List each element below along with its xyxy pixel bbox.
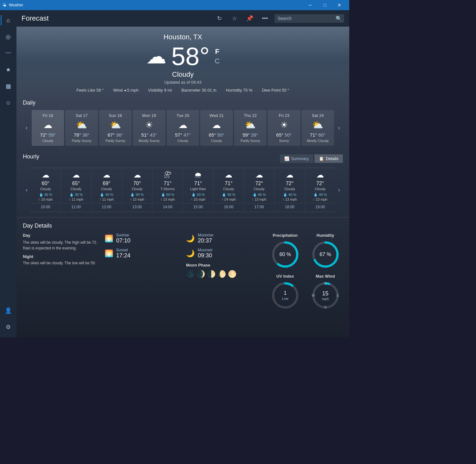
sidebar-item-news[interactable]: ◎: [1, 29, 16, 44]
sidebar-item-calendar[interactable]: ▦: [1, 79, 16, 94]
h-wind-3: ↑ 13 mph: [123, 197, 151, 201]
hourly-card-8[interactable]: ☁ 72° Cloudy 💧 40 % ↑ 13 mph 18:00: [274, 168, 305, 212]
h-time-4: 14:00: [154, 203, 181, 209]
daily-title: Daily: [23, 100, 343, 106]
hourly-header: Hourly 📈 Summary 📋 Details: [23, 153, 343, 164]
day-temps-3: 51°43°: [135, 132, 163, 138]
search-input[interactable]: [278, 16, 333, 21]
h-time-7: 17:00: [245, 203, 273, 209]
hourly-card-6[interactable]: ☁ 71° Cloudy 💧 50 % ↑ 14 mph 16:00: [214, 168, 244, 212]
h-icon-6: ☁: [215, 171, 242, 179]
sunrise-icon: 🌅: [105, 235, 113, 243]
pin-button[interactable]: 📌: [244, 13, 255, 24]
daily-next-button[interactable]: ›: [335, 110, 343, 146]
h-temp-1: 65°: [62, 181, 90, 186]
h-icon-2: ☁: [93, 171, 120, 179]
day-cond-4: Cloudy: [169, 139, 196, 143]
daily-card-5[interactable]: Wed 21 ☁ 65°50° Cloudy: [200, 110, 233, 146]
h-wind-9: ↑ 13 mph: [306, 197, 334, 201]
compass-n: N: [324, 282, 326, 285]
minimize-button[interactable]: ─: [303, 0, 318, 10]
daily-card-1[interactable]: Sat 17 ⛅ 78°38° Partly Sunny: [65, 110, 98, 146]
precipitation-circle: 60 %: [271, 240, 299, 269]
day-cond-7: Sunny: [270, 139, 298, 143]
moon-phase-label: Moon Phase: [186, 263, 261, 267]
wind-gauge: Max Wind N S E W: [308, 274, 343, 310]
daily-card-7[interactable]: Fri 23 ☀ 65°50° Sunny: [268, 110, 300, 146]
hourly-card-1[interactable]: ☁ 65° Cloudy 💧 30 % ↑ 11 mph 11:00: [61, 168, 91, 212]
search-box[interactable]: 🔍: [274, 14, 344, 23]
hourly-card-3[interactable]: ☁ 70° Cloudy 💧 50 % ↑ 13 mph 13:00: [122, 168, 152, 212]
h-cond-5: Light Rain: [184, 187, 212, 191]
day-label-5: Wed 21: [203, 113, 230, 118]
sidebar-item-settings[interactable]: ⚙: [1, 319, 16, 335]
hourly-card-9[interactable]: ☁ 72° Cloudy 💧 40 % ↑ 13 mph 19:00: [305, 168, 335, 212]
h-cond-0: Cloudy: [32, 187, 59, 191]
favorite-button[interactable]: ☆: [229, 13, 240, 24]
hourly-card-5[interactable]: 🌧 71° Light Rain 💧 50 % ↑ 15 mph 15:00: [183, 168, 213, 212]
moonrise-time: 20:37: [198, 237, 213, 244]
h-cond-6: Cloudy: [215, 187, 242, 191]
hourly-next-button[interactable]: ›: [335, 168, 343, 212]
hourly-card-0[interactable]: ☁ 60° Cloudy 💧 40 % ↑ 10 mph 10:00: [30, 168, 61, 212]
day-icon-0: ☁: [34, 120, 61, 130]
hourly-card-2[interactable]: ☁ 69° Cloudy 💧 40 % ↑ 11 mph 12:00: [92, 168, 122, 212]
day-cond-1: Partly Sunny: [68, 139, 95, 143]
sidebar-item-home[interactable]: ⌂: [1, 13, 16, 28]
hourly-prev-button[interactable]: ‹: [23, 168, 30, 212]
daily-card-3[interactable]: Mon 19 ☀ 51°43° Mostly Sunny: [133, 110, 165, 146]
close-button[interactable]: ✕: [332, 0, 347, 10]
daily-card-4[interactable]: Tue 20 ☁ 57°47° Cloudy: [167, 110, 199, 146]
h-cond-2: Cloudy: [93, 187, 120, 191]
sidebar-item-emoji[interactable]: ☺: [1, 95, 16, 110]
h-precip-1: 💧 30 %: [62, 193, 90, 197]
unit-c[interactable]: C: [215, 57, 220, 65]
hourly-title: Hourly: [23, 153, 39, 160]
precipitation-label: Precipitation: [268, 233, 303, 238]
h-temp-2: 69°: [93, 181, 120, 186]
h-precip-5: 💧 50 %: [184, 193, 212, 197]
uv-value: 1 Low: [282, 290, 288, 301]
hourly-section: Hourly 📈 Summary 📋 Details ‹: [16, 150, 349, 216]
h-precip-6: 💧 50 %: [215, 193, 242, 197]
h-time-6: 16:00: [215, 203, 242, 209]
daily-card-6[interactable]: Thu 22 ⛅ 59°39° Partly Sunny: [234, 110, 267, 146]
daily-card-2[interactable]: Sun 18 ⛅ 67°36° Partly Sunny: [99, 110, 132, 146]
sidebar-item-favorites[interactable]: ★: [1, 62, 16, 77]
h-temp-7: 72°: [245, 181, 273, 186]
page-title: Forecast: [22, 14, 210, 23]
day-label-6: Thu 22: [237, 113, 264, 118]
hourly-card-4[interactable]: ⛈ 71° T-Storms 💧 60 % ↑ 13 mph 14:00: [152, 168, 183, 212]
daily-card-8[interactable]: Sat 24 ⛅ 71°60° Mostly Cloudy: [302, 110, 334, 146]
daily-prev-button[interactable]: ‹: [23, 110, 30, 146]
h-cond-8: Cloudy: [276, 187, 303, 191]
day-details-section: Day Details Day The skies will be cloudy…: [16, 219, 349, 313]
more-button[interactable]: •••: [259, 13, 271, 24]
tab-details[interactable]: 📋 Details: [314, 154, 343, 163]
wind-detail: Wind ◂ 5 mph: [113, 88, 138, 93]
maximize-button[interactable]: □: [318, 0, 332, 10]
moon-phase-1: 🌑: [186, 270, 195, 278]
tab-summary[interactable]: 📈 Summary: [280, 154, 313, 163]
daily-card-0[interactable]: Fri 16 ☁ 72°59° Cloudy: [32, 110, 64, 146]
search-icon: 🔍: [336, 16, 342, 22]
moon-col: 🌙 Moonrise 20:37 🌙 Moonset 09:30: [186, 233, 261, 310]
h-cond-9: Cloudy: [306, 187, 334, 191]
sidebar-item-maps[interactable]: 〰: [1, 46, 16, 61]
refresh-button[interactable]: ↻: [214, 13, 225, 24]
weather-icon: 🌤: [3, 3, 6, 7]
unit-f[interactable]: F: [215, 48, 220, 56]
h-temp-4: 71°: [154, 181, 181, 186]
h-time-1: 11:00: [62, 203, 90, 209]
day-label-3: Mon 19: [135, 113, 163, 118]
nav-bottom: 👤 ⚙: [1, 303, 16, 335]
sidebar-item-user[interactable]: 👤: [1, 303, 16, 318]
dew-point-detail: Dew Point 50 °: [262, 88, 289, 93]
moon-phase-4: 🌔: [217, 270, 226, 278]
h-icon-8: ☁: [276, 171, 303, 179]
day-details-title: Day Details: [23, 222, 343, 229]
hourly-card-7[interactable]: ☁ 72° Cloudy 💧 40 % ↑ 13 mph 17:00: [244, 168, 274, 212]
night-text: The skies will be cloudy. The low will b…: [23, 260, 98, 266]
hourly-tabs: 📈 Summary 📋 Details: [280, 154, 343, 163]
gauges-col: Precipitation 60 %: [268, 233, 343, 310]
